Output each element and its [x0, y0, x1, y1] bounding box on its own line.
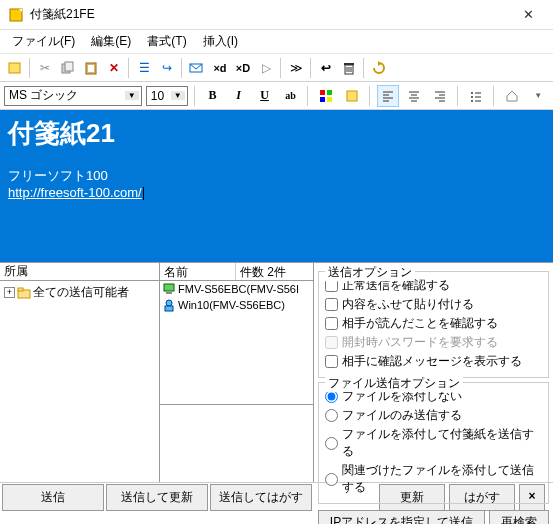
strike-button[interactable]: ab: [279, 85, 301, 107]
format-bar: MS ゴシック ▼ 10 ▼ B I U ab ▼: [0, 82, 553, 110]
delete-icon[interactable]: ✕: [103, 57, 125, 79]
home-icon[interactable]: [501, 85, 523, 107]
col-name-header[interactable]: 名前: [160, 263, 236, 280]
svg-rect-5: [88, 65, 94, 72]
file-options-group: ファイル送信オプション ファイルを添付しない ファイルのみ送信する ファイルを添…: [318, 382, 549, 504]
tree-root-label: 全ての送信可能者: [33, 284, 129, 301]
menu-bar: ファイル(F) 編集(E) 書式(T) 挿入(I): [0, 30, 553, 54]
xd-cross-icon[interactable]: ×d: [209, 57, 231, 79]
send-options-title: 送信オプション: [325, 264, 415, 281]
menu-format[interactable]: 書式(T): [139, 31, 194, 52]
svg-rect-3: [65, 62, 73, 71]
preview-pane: [160, 404, 313, 482]
editor-area[interactable]: 付箋紙21 フリーソフト100 http://freesoft-100.com/: [0, 110, 553, 262]
svg-rect-36: [18, 288, 23, 291]
font-name-combo[interactable]: MS ゴシック ▼: [4, 86, 142, 106]
send-update-button[interactable]: 送信して更新: [106, 484, 208, 511]
fill-color-icon[interactable]: [341, 85, 363, 107]
svg-rect-40: [165, 306, 173, 311]
user-icon: [162, 298, 176, 312]
menu-file[interactable]: ファイル(F): [4, 31, 83, 52]
chk-password: 開封時パスワードを要求する: [325, 333, 542, 352]
play-icon[interactable]: ▷: [255, 57, 277, 79]
reply-icon[interactable]: ↩: [315, 57, 337, 79]
svg-rect-1: [9, 63, 20, 73]
editor-text: フリーソフト100: [8, 167, 545, 185]
svg-rect-37: [164, 284, 174, 291]
svg-rect-8: [344, 63, 354, 65]
bold-button[interactable]: B: [202, 85, 224, 107]
window-title: 付箋紙21FE: [30, 6, 506, 23]
svg-rect-14: [320, 97, 325, 102]
recipient-tree[interactable]: + 全ての送信可能者: [0, 281, 159, 482]
svg-point-33: [471, 100, 473, 102]
col-count-header[interactable]: 件数 2件: [236, 263, 313, 280]
svg-rect-38: [166, 292, 172, 294]
refresh-icon[interactable]: [368, 57, 390, 79]
svg-rect-12: [320, 90, 325, 95]
font-size-value: 10: [151, 89, 171, 103]
tree-header: 所属: [0, 263, 159, 281]
list-item-label: Win10(FMV-S56EBC): [178, 299, 285, 311]
ip-send-button[interactable]: IPアドレスを指定して送信: [318, 510, 485, 524]
xd-arrow-icon[interactable]: ×D: [232, 57, 254, 79]
color-palette-icon[interactable]: [315, 85, 337, 107]
send-remove-button[interactable]: 送信してはがす: [210, 484, 312, 511]
research-button[interactable]: 再検索: [489, 510, 549, 524]
chk-show-confirm[interactable]: 相手に確認メッセージを表示する: [325, 352, 542, 371]
folder-icon: [17, 287, 31, 299]
rad-assoc-attach[interactable]: 関連づけたファイルを添付して送信する: [325, 461, 542, 497]
list-item[interactable]: Win10(FMV-S56EBC): [160, 297, 313, 313]
redo-arrow-icon[interactable]: ↪: [156, 57, 178, 79]
svg-rect-16: [347, 91, 357, 101]
text-cursor: [143, 187, 144, 200]
svg-rect-15: [327, 97, 332, 102]
menu-insert[interactable]: 挿入(I): [195, 31, 246, 52]
svg-rect-13: [327, 90, 332, 95]
file-options-title: ファイル送信オプション: [325, 375, 463, 392]
trash-icon[interactable]: [338, 57, 360, 79]
chk-read-confirm[interactable]: 相手が読んだことを確認する: [325, 314, 542, 333]
cut-icon[interactable]: ✂: [34, 57, 56, 79]
svg-point-29: [471, 92, 473, 94]
send-button[interactable]: 送信: [2, 484, 104, 511]
copy-icon[interactable]: [57, 57, 79, 79]
send-mail-icon[interactable]: [186, 57, 208, 79]
tree-root-item[interactable]: + 全ての送信可能者: [2, 283, 157, 302]
window-close-button[interactable]: ✕: [506, 1, 551, 29]
paste-icon[interactable]: [80, 57, 102, 79]
align-right-icon[interactable]: [429, 85, 451, 107]
list-item[interactable]: FMV-S56EBC(FMV-S56I: [160, 281, 313, 297]
menu-edit[interactable]: 編集(E): [83, 31, 139, 52]
font-name-value: MS ゴシック: [9, 87, 125, 104]
list-icon[interactable]: ☰: [133, 57, 155, 79]
font-size-combo[interactable]: 10 ▼: [146, 86, 188, 106]
rad-attach-send[interactable]: ファイルを添付して付箋紙を送信する: [325, 425, 542, 461]
chk-hide-content[interactable]: 内容をふせて貼り付ける: [325, 295, 542, 314]
underline-button[interactable]: U: [254, 85, 276, 107]
chevron-down-icon: ▼: [171, 91, 185, 100]
toolbar: ✂ ✕ ☰ ↪ ×d ×D ▷ ≫ ↩: [0, 54, 553, 82]
app-icon: [8, 7, 24, 23]
recipient-list[interactable]: FMV-S56EBC(FMV-S56I Win10(FMV-S56EBC): [160, 281, 313, 404]
chevron-down-icon: ▼: [125, 91, 139, 100]
align-center-icon[interactable]: [403, 85, 425, 107]
svg-point-31: [471, 96, 473, 98]
paste-note-icon[interactable]: [4, 57, 26, 79]
editor-title: 付箋紙21: [8, 116, 545, 151]
expand-icon[interactable]: +: [4, 287, 15, 298]
dropdown-icon[interactable]: ▼: [527, 85, 549, 107]
align-left-icon[interactable]: [377, 85, 399, 107]
editor-link[interactable]: http://freesoft-100.com/: [8, 185, 142, 200]
send-options-group: 送信オプション 正常送信を確認する 内容をふせて貼り付ける 相手が読んだことを確…: [318, 271, 549, 378]
bullets-icon[interactable]: [465, 85, 487, 107]
computer-icon: [162, 282, 176, 296]
italic-button[interactable]: I: [228, 85, 250, 107]
svg-rect-0: [10, 9, 22, 21]
list-item-label: FMV-S56EBC(FMV-S56I: [178, 283, 299, 295]
rad-file-only[interactable]: ファイルのみ送信する: [325, 406, 542, 425]
svg-point-39: [166, 300, 172, 306]
forward-icon[interactable]: ≫: [285, 57, 307, 79]
